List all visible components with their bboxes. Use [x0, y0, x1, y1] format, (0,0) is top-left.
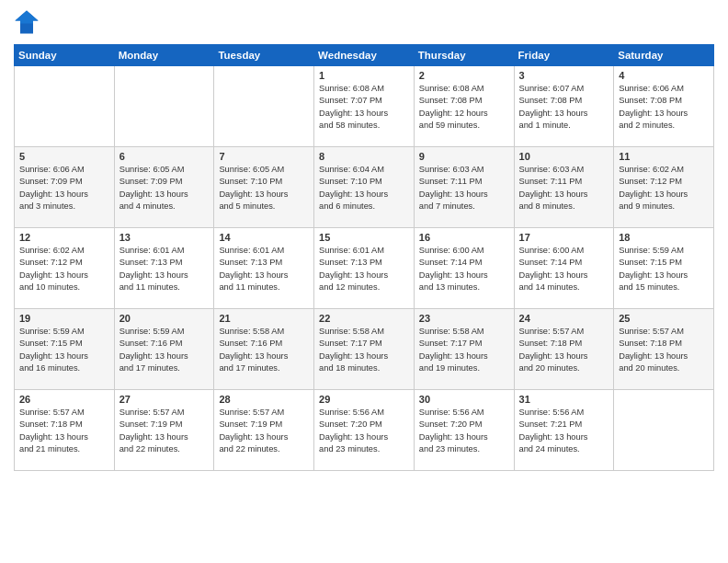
day-number: 30: [419, 394, 509, 405]
week-row-2: 5Sunrise: 6:06 AMSunset: 7:09 PMDaylight…: [15, 147, 714, 228]
day-info: Sunrise: 5:57 AMSunset: 7:18 PMDaylight:…: [519, 326, 609, 375]
calendar-cell: 31Sunrise: 5:56 AMSunset: 7:21 PMDayligh…: [514, 390, 614, 471]
day-of-week-sunday: Sunday: [15, 45, 115, 66]
calendar-cell: 6Sunrise: 6:05 AMSunset: 7:09 PMDaylight…: [114, 147, 214, 228]
days-of-week-row: SundayMondayTuesdayWednesdayThursdayFrid…: [15, 45, 714, 66]
calendar-cell: 17Sunrise: 6:00 AMSunset: 7:14 PMDayligh…: [514, 228, 614, 309]
day-of-week-wednesday: Wednesday: [314, 45, 415, 66]
day-number: 27: [119, 394, 210, 405]
day-number: 6: [119, 151, 210, 162]
calendar-cell: 5Sunrise: 6:06 AMSunset: 7:09 PMDaylight…: [15, 147, 115, 228]
day-number: 2: [419, 70, 509, 81]
calendar-cell: 1Sunrise: 6:08 AMSunset: 7:07 PMDaylight…: [314, 66, 415, 147]
day-info: Sunrise: 5:59 AMSunset: 7:15 PMDaylight:…: [619, 245, 709, 294]
day-of-week-thursday: Thursday: [414, 45, 514, 66]
calendar-cell: 9Sunrise: 6:03 AMSunset: 7:11 PMDaylight…: [414, 147, 514, 228]
calendar-cell: 27Sunrise: 5:57 AMSunset: 7:19 PMDayligh…: [114, 390, 214, 471]
calendar-cell: 13Sunrise: 6:01 AMSunset: 7:13 PMDayligh…: [114, 228, 214, 309]
calendar-body: 1Sunrise: 6:08 AMSunset: 7:07 PMDaylight…: [15, 66, 714, 471]
day-of-week-tuesday: Tuesday: [214, 45, 314, 66]
day-number: 26: [19, 394, 109, 405]
day-number: 31: [519, 394, 609, 405]
day-of-week-monday: Monday: [114, 45, 214, 66]
calendar-cell: 25Sunrise: 5:57 AMSunset: 7:18 PMDayligh…: [614, 309, 714, 390]
day-info: Sunrise: 6:00 AMSunset: 7:14 PMDaylight:…: [419, 245, 509, 294]
day-info: Sunrise: 6:04 AMSunset: 7:10 PMDaylight:…: [319, 164, 409, 213]
day-number: 24: [519, 313, 609, 324]
day-number: 4: [619, 70, 709, 81]
day-info: Sunrise: 5:58 AMSunset: 7:17 PMDaylight:…: [319, 326, 409, 375]
day-number: 3: [519, 70, 609, 81]
day-number: 21: [219, 313, 309, 324]
day-number: 5: [19, 151, 109, 162]
day-number: 9: [419, 151, 509, 162]
day-info: Sunrise: 5:58 AMSunset: 7:16 PMDaylight:…: [219, 326, 309, 375]
day-info: Sunrise: 6:01 AMSunset: 7:13 PMDaylight:…: [219, 245, 309, 294]
day-info: Sunrise: 5:57 AMSunset: 7:19 PMDaylight:…: [119, 407, 210, 456]
calendar-cell: 24Sunrise: 5:57 AMSunset: 7:18 PMDayligh…: [514, 309, 614, 390]
week-row-1: 1Sunrise: 6:08 AMSunset: 7:07 PMDaylight…: [15, 66, 714, 147]
day-number: 16: [419, 232, 509, 243]
calendar-cell: 22Sunrise: 5:58 AMSunset: 7:17 PMDayligh…: [314, 309, 415, 390]
day-info: Sunrise: 5:56 AMSunset: 7:21 PMDaylight:…: [519, 407, 609, 456]
calendar-cell: 2Sunrise: 6:08 AMSunset: 7:08 PMDaylight…: [414, 66, 514, 147]
day-number: 12: [19, 232, 109, 243]
day-number: 11: [619, 151, 709, 162]
day-info: Sunrise: 5:57 AMSunset: 7:18 PMDaylight:…: [19, 407, 109, 456]
calendar-cell: 23Sunrise: 5:58 AMSunset: 7:17 PMDayligh…: [414, 309, 514, 390]
calendar-cell: 19Sunrise: 5:59 AMSunset: 7:15 PMDayligh…: [15, 309, 115, 390]
day-info: Sunrise: 5:56 AMSunset: 7:20 PMDaylight:…: [319, 407, 409, 456]
day-number: 15: [319, 232, 409, 243]
calendar-cell: 28Sunrise: 5:57 AMSunset: 7:19 PMDayligh…: [214, 390, 314, 471]
calendar-cell: 30Sunrise: 5:56 AMSunset: 7:20 PMDayligh…: [414, 390, 514, 471]
day-info: Sunrise: 6:08 AMSunset: 7:08 PMDaylight:…: [419, 83, 509, 132]
week-row-4: 19Sunrise: 5:59 AMSunset: 7:15 PMDayligh…: [15, 309, 714, 390]
day-info: Sunrise: 5:59 AMSunset: 7:16 PMDaylight:…: [119, 326, 210, 375]
day-info: Sunrise: 6:01 AMSunset: 7:13 PMDaylight:…: [119, 245, 210, 294]
calendar-cell: 8Sunrise: 6:04 AMSunset: 7:10 PMDaylight…: [314, 147, 415, 228]
calendar-cell: 12Sunrise: 6:02 AMSunset: 7:12 PMDayligh…: [15, 228, 115, 309]
calendar-cell: [214, 66, 314, 147]
day-number: 13: [119, 232, 210, 243]
day-info: Sunrise: 6:06 AMSunset: 7:09 PMDaylight:…: [19, 164, 109, 213]
day-number: 25: [619, 313, 709, 324]
day-info: Sunrise: 6:06 AMSunset: 7:08 PMDaylight:…: [619, 83, 709, 132]
calendar-cell: 16Sunrise: 6:00 AMSunset: 7:14 PMDayligh…: [414, 228, 514, 309]
calendar-cell: 14Sunrise: 6:01 AMSunset: 7:13 PMDayligh…: [214, 228, 314, 309]
day-number: 8: [319, 151, 409, 162]
calendar-cell: 4Sunrise: 6:06 AMSunset: 7:08 PMDaylight…: [614, 66, 714, 147]
day-info: Sunrise: 5:57 AMSunset: 7:18 PMDaylight:…: [619, 326, 709, 375]
calendar-cell: 29Sunrise: 5:56 AMSunset: 7:20 PMDayligh…: [314, 390, 415, 471]
day-info: Sunrise: 6:00 AMSunset: 7:14 PMDaylight:…: [519, 245, 609, 294]
day-number: 17: [519, 232, 609, 243]
day-info: Sunrise: 6:03 AMSunset: 7:11 PMDaylight:…: [419, 164, 509, 213]
day-number: 14: [219, 232, 309, 243]
day-info: Sunrise: 5:59 AMSunset: 7:15 PMDaylight:…: [19, 326, 109, 375]
calendar-cell: [614, 390, 714, 471]
week-row-3: 12Sunrise: 6:02 AMSunset: 7:12 PMDayligh…: [15, 228, 714, 309]
week-row-5: 26Sunrise: 5:57 AMSunset: 7:18 PMDayligh…: [15, 390, 714, 471]
day-of-week-friday: Friday: [514, 45, 614, 66]
day-info: Sunrise: 6:02 AMSunset: 7:12 PMDaylight:…: [19, 245, 109, 294]
page-header: [14, 9, 714, 35]
calendar-cell: 21Sunrise: 5:58 AMSunset: 7:16 PMDayligh…: [214, 309, 314, 390]
calendar-cell: 20Sunrise: 5:59 AMSunset: 7:16 PMDayligh…: [114, 309, 214, 390]
calendar-cell: 7Sunrise: 6:05 AMSunset: 7:10 PMDaylight…: [214, 147, 314, 228]
logo-icon: [14, 9, 40, 35]
day-number: 22: [319, 313, 409, 324]
calendar-cell: [114, 66, 214, 147]
logo: [14, 9, 45, 35]
day-info: Sunrise: 6:08 AMSunset: 7:07 PMDaylight:…: [319, 83, 409, 132]
day-of-week-saturday: Saturday: [614, 45, 714, 66]
calendar-header: SundayMondayTuesdayWednesdayThursdayFrid…: [15, 45, 714, 66]
day-info: Sunrise: 5:57 AMSunset: 7:19 PMDaylight:…: [219, 407, 309, 456]
day-info: Sunrise: 6:02 AMSunset: 7:12 PMDaylight:…: [619, 164, 709, 213]
day-info: Sunrise: 6:03 AMSunset: 7:11 PMDaylight:…: [519, 164, 609, 213]
calendar-cell: 10Sunrise: 6:03 AMSunset: 7:11 PMDayligh…: [514, 147, 614, 228]
calendar-cell: 26Sunrise: 5:57 AMSunset: 7:18 PMDayligh…: [15, 390, 115, 471]
day-info: Sunrise: 5:56 AMSunset: 7:20 PMDaylight:…: [419, 407, 509, 456]
day-number: 10: [519, 151, 609, 162]
calendar-cell: 11Sunrise: 6:02 AMSunset: 7:12 PMDayligh…: [614, 147, 714, 228]
day-info: Sunrise: 6:01 AMSunset: 7:13 PMDaylight:…: [319, 245, 409, 294]
day-info: Sunrise: 6:07 AMSunset: 7:08 PMDaylight:…: [519, 83, 609, 132]
